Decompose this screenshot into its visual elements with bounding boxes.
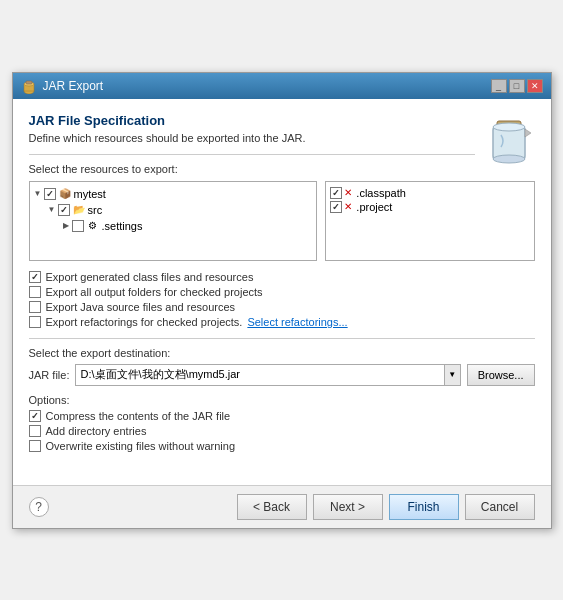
cb-export-refactor[interactable]	[29, 316, 41, 328]
header-divider	[29, 154, 475, 155]
section-description: Define which resources should be exporte…	[29, 132, 535, 144]
finish-button[interactable]: Finish	[389, 494, 459, 520]
bottom-bar: ? < Back Next > Finish Cancel	[13, 485, 551, 528]
destination-section: Select the export destination: JAR file:…	[29, 347, 535, 386]
svg-point-7	[493, 155, 525, 163]
title-bar: JAR Export _ □ ✕	[13, 73, 551, 99]
label-project: .project	[356, 201, 392, 213]
cb-directory[interactable]	[29, 425, 41, 437]
browse-button[interactable]: Browse...	[467, 364, 535, 386]
expand-src[interactable]	[48, 206, 56, 214]
left-tree[interactable]: mytest src .settings	[29, 181, 318, 261]
label-directory: Add directory entries	[46, 425, 147, 437]
label-compress: Compress the contents of the JAR file	[46, 410, 231, 422]
dest-divider	[29, 338, 535, 339]
resources-label: Select the resources to export:	[29, 163, 535, 175]
pkg-icon-mytest	[58, 187, 72, 201]
option-directory: Add directory entries	[29, 425, 535, 437]
svg-point-6	[493, 123, 525, 131]
cb-classpath[interactable]	[330, 187, 342, 199]
dest-section-label: Select the export destination:	[29, 347, 535, 359]
select-refactorings-link[interactable]: Select refactorings...	[247, 316, 347, 328]
svg-rect-5	[493, 127, 525, 159]
label-settings: .settings	[102, 220, 143, 232]
close-button[interactable]: ✕	[527, 79, 543, 93]
export-option-4: Export refactorings for checked projects…	[29, 316, 535, 328]
cb-export-classes[interactable]	[29, 271, 41, 283]
label-export-classes: Export generated class files and resourc…	[46, 271, 254, 283]
svg-marker-8	[525, 129, 531, 137]
tree-item-project[interactable]: ✕ .project	[330, 200, 529, 214]
svg-rect-3	[26, 81, 32, 84]
x-project: ✕	[344, 201, 352, 212]
settings-icon	[86, 219, 100, 233]
cb-mytest[interactable]	[44, 188, 56, 200]
jar-file-input-wrapper: ▼	[75, 364, 460, 386]
nav-buttons: < Back Next > Finish Cancel	[237, 494, 535, 520]
title-bar-left: JAR Export	[21, 78, 104, 94]
window-title: JAR Export	[43, 79, 104, 93]
options-section: Options: Compress the contents of the JA…	[29, 394, 535, 452]
next-button[interactable]: Next >	[313, 494, 383, 520]
dest-row: JAR file: ▼ Browse...	[29, 364, 535, 386]
tree-item-src[interactable]: src	[34, 202, 313, 218]
tree-item-classpath[interactable]: ✕ .classpath	[330, 186, 529, 200]
cb-compress[interactable]	[29, 410, 41, 422]
cb-export-output[interactable]	[29, 286, 41, 298]
export-option-3: Export Java source files and resources	[29, 301, 535, 313]
help-button[interactable]: ?	[29, 497, 49, 517]
label-src: src	[88, 204, 103, 216]
expand-mytest[interactable]	[34, 190, 42, 198]
right-tree[interactable]: ✕ .classpath ✕ .project	[325, 181, 534, 261]
cb-export-source[interactable]	[29, 301, 41, 313]
label-overwrite: Overwrite existing files without warning	[46, 440, 236, 452]
tree-item-settings[interactable]: .settings	[34, 218, 313, 234]
cb-settings[interactable]	[72, 220, 84, 232]
title-buttons: _ □ ✕	[491, 79, 543, 93]
export-option-1: Export generated class files and resourc…	[29, 271, 535, 283]
src-icon	[72, 203, 86, 217]
expand-settings[interactable]	[62, 222, 70, 230]
main-content: JAR File Specification Define which reso…	[13, 99, 551, 485]
jar-file-input[interactable]	[76, 367, 443, 383]
label-export-output: Export all output folders for checked pr…	[46, 286, 263, 298]
spacer	[29, 455, 535, 475]
cancel-button[interactable]: Cancel	[465, 494, 535, 520]
jar-export-window: JAR Export _ □ ✕ JAR File Specification …	[12, 72, 552, 529]
label-mytest: mytest	[74, 188, 106, 200]
option-overwrite: Overwrite existing files without warning	[29, 440, 535, 452]
jar-file-label: JAR file:	[29, 369, 70, 381]
label-classpath: .classpath	[356, 187, 406, 199]
label-export-source: Export Java source files and resources	[46, 301, 236, 313]
export-option-2: Export all output folders for checked pr…	[29, 286, 535, 298]
tree-item-mytest[interactable]: mytest	[34, 186, 313, 202]
back-button[interactable]: < Back	[237, 494, 307, 520]
cb-src[interactable]	[58, 204, 70, 216]
tree-panels: mytest src .settings	[29, 181, 535, 261]
jar-icon-title	[21, 78, 37, 94]
x-classpath: ✕	[344, 187, 352, 198]
jar-file-dropdown[interactable]: ▼	[444, 365, 460, 385]
cb-overwrite[interactable]	[29, 440, 41, 452]
options-label: Options:	[29, 394, 535, 406]
label-export-refactor: Export refactorings for checked projects…	[46, 316, 243, 328]
minimize-button[interactable]: _	[491, 79, 507, 93]
cb-project[interactable]	[330, 201, 342, 213]
export-options: Export generated class files and resourc…	[29, 271, 535, 328]
jar-illustration	[483, 113, 535, 167]
option-compress: Compress the contents of the JAR file	[29, 410, 535, 422]
maximize-button[interactable]: □	[509, 79, 525, 93]
section-title: JAR File Specification	[29, 113, 535, 128]
